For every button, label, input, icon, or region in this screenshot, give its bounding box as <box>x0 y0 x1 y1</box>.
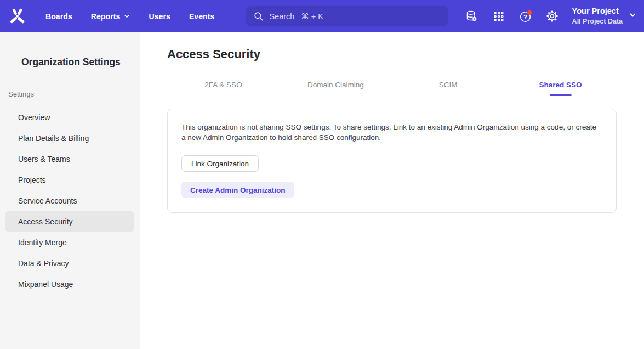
nav-events-label: Events <box>189 12 215 21</box>
create-admin-organization-button[interactable]: Create Admin Organization <box>181 182 294 198</box>
nav-boards-link[interactable]: Boards <box>45 12 72 21</box>
data-management-icon[interactable] <box>465 10 478 23</box>
sidebar-item-access-security[interactable]: Access Security <box>5 211 134 232</box>
project-data-scope: All Project Data <box>572 18 623 26</box>
sidebar-item-label: Identity Merge <box>18 238 67 247</box>
tab-domain-claiming[interactable]: Domain Claiming <box>280 75 392 95</box>
sidebar-item-label: Mixpanel Usage <box>18 280 73 289</box>
search-shortcut-hint: ⌘ + K <box>301 12 323 21</box>
sidebar-item-mixpanel-usage[interactable]: Mixpanel Usage <box>5 274 134 295</box>
project-name: Your Project <box>572 7 623 16</box>
sidebar-item-projects[interactable]: Projects <box>5 170 134 190</box>
sidebar-nav: Overview Plan Details & Billing Users & … <box>0 107 140 295</box>
chevron-down-icon <box>629 11 636 21</box>
tab-2fa-sso[interactable]: 2FA & SSO <box>167 75 280 95</box>
tab-label: SCIM <box>439 81 458 89</box>
project-switcher[interactable]: Your Project All Project Data <box>572 7 636 25</box>
sidebar-item-plan-details-billing[interactable]: Plan Details & Billing <box>5 128 134 149</box>
search-input[interactable]: Search ⌘ + K <box>246 6 448 26</box>
active-tab-indicator <box>550 94 572 96</box>
tab-shared-sso[interactable]: Shared SSO <box>504 75 617 95</box>
help-icon[interactable]: ? <box>519 10 532 23</box>
nav-reports-link[interactable]: Reports <box>91 12 130 21</box>
access-security-tabs: 2FA & SSO Domain Claiming SCIM Shared SS… <box>167 75 617 95</box>
shared-sso-description: This organization is not sharing SSO set… <box>181 122 601 143</box>
tab-label: Domain Claiming <box>307 81 364 89</box>
apps-grid-icon[interactable] <box>492 10 505 23</box>
chevron-down-icon <box>124 12 130 21</box>
search-placeholder: Search <box>269 12 294 21</box>
search-icon <box>253 11 264 21</box>
tab-label: Shared SSO <box>539 81 582 89</box>
settings-gear-icon[interactable] <box>546 10 559 23</box>
mixpanel-logo-icon[interactable] <box>9 8 26 25</box>
sidebar-item-data-privacy[interactable]: Data & Privacy <box>5 253 134 274</box>
page-title: Access Security <box>167 47 617 61</box>
sidebar-item-service-accounts[interactable]: Service Accounts <box>5 190 134 211</box>
sidebar-item-label: Projects <box>18 176 46 184</box>
sidebar-item-label: Data & Privacy <box>18 259 69 268</box>
sidebar-section-label: Settings <box>8 90 140 98</box>
sidebar-item-label: Access Security <box>18 217 73 226</box>
nav-events-link[interactable]: Events <box>189 12 215 21</box>
topbar-right-icons: ? <box>465 10 559 23</box>
svg-text:?: ? <box>523 13 527 20</box>
project-switcher-text: Your Project All Project Data <box>572 7 623 25</box>
org-settings-sidebar: Organization Settings Settings Overview … <box>0 32 140 349</box>
sidebar-item-label: Overview <box>18 113 50 122</box>
shared-sso-card: This organization is not sharing SSO set… <box>167 109 617 213</box>
top-navigation-bar: Boards Reports Users Events Search ⌘ + K <box>0 0 644 32</box>
sidebar-title: Organization Settings <box>21 57 140 68</box>
nav-users-label: Users <box>149 12 170 21</box>
sidebar-item-users-teams[interactable]: Users & Teams <box>5 149 134 170</box>
main-content: Access Security 2FA & SSO Domain Claimin… <box>140 32 644 349</box>
tab-scim[interactable]: SCIM <box>392 75 504 95</box>
nav-users-link[interactable]: Users <box>149 12 170 21</box>
top-nav-links: Boards Reports Users Events <box>45 12 214 21</box>
sidebar-item-label: Service Accounts <box>18 196 77 205</box>
nav-boards-label: Boards <box>45 12 72 21</box>
sidebar-item-identity-merge[interactable]: Identity Merge <box>5 232 134 253</box>
sidebar-item-label: Users & Teams <box>18 155 70 164</box>
link-organization-button[interactable]: Link Organization <box>181 155 259 172</box>
sidebar-item-label: Plan Details & Billing <box>18 134 89 143</box>
nav-reports-label: Reports <box>91 12 121 21</box>
tab-label: 2FA & SSO <box>204 81 242 89</box>
sidebar-item-overview[interactable]: Overview <box>5 107 134 128</box>
